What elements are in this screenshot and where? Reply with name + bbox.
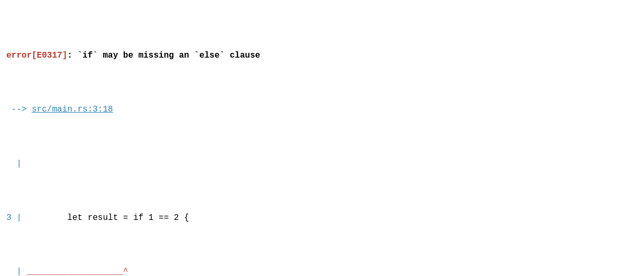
code-line-3: 3 | let result = if 1 == 2 { [6, 211, 638, 225]
pipe-3: | [16, 211, 26, 225]
file-link-line: --> src/main.rs:3:18 [6, 103, 638, 117]
error-label: error [6, 49, 32, 63]
red-underline: ___________________^ [26, 265, 128, 276]
pipe-char: | [6, 158, 22, 171]
arrow-indicator: --> [6, 103, 32, 117]
error-message: : `if` may be missing an `else` clause [67, 49, 260, 63]
error-output: error[E0317]: `if` may be missing an `el… [6, 8, 638, 276]
code-content-3: let result = if 1 == 2 { [26, 211, 189, 225]
file-link[interactable]: src/main.rs:3:18 [32, 103, 113, 117]
line-num-3: 3 [6, 211, 16, 225]
error-code: [E0317] [32, 49, 67, 63]
error-header-line: error[E0317]: `if` may be missing an `el… [6, 49, 638, 63]
underline-line: | ___________________^ [6, 265, 638, 276]
blank-bar-line-1: | [6, 158, 638, 171]
pipe-underline: | [6, 265, 26, 276]
